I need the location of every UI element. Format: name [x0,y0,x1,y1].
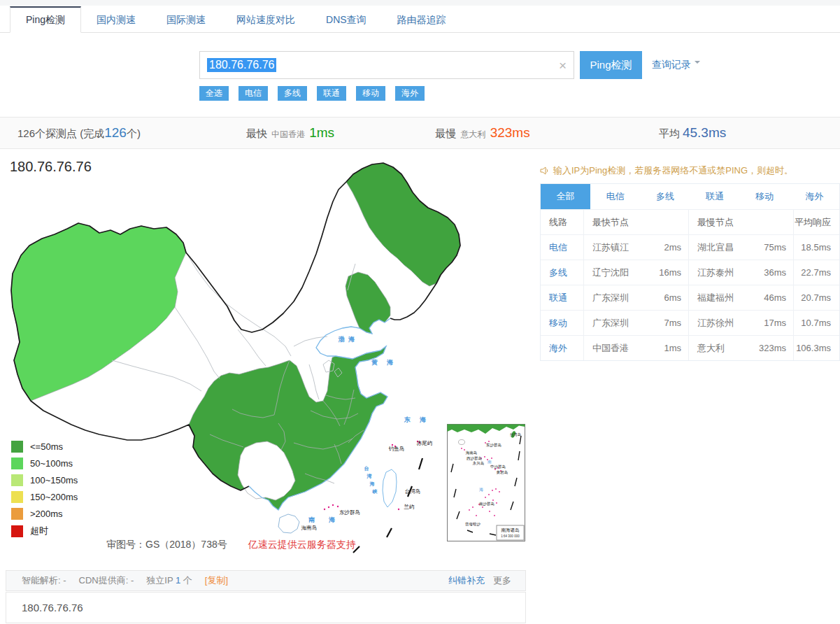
inset-scale: 1:64 300 000 [501,534,520,538]
smart-dns-label: 智能解析: - [22,574,66,587]
panel-tab-mobile[interactable]: 移动 [740,184,790,209]
tab-international-speed[interactable]: 国际测速 [151,7,221,32]
map-label: 永兴岛 [473,461,485,466]
more-link[interactable]: 更多 [493,574,511,587]
map-caption: 审图号：GS（2018）738号亿速云提供云服务器支持 [106,539,356,551]
map-label: 东沙群岛 [485,443,501,448]
tab-dns-query[interactable]: DNS查询 [311,7,382,32]
filter-multiline[interactable]: 多线 [278,86,307,101]
ip-count: 1 [176,575,180,586]
map-label: 海南岛 [301,525,318,531]
tab-traceroute[interactable]: 路由器追踪 [382,7,462,32]
map-label: 南海 [308,516,349,523]
filter-overseas[interactable]: 海外 [395,86,425,101]
map-label: 台湾岛 [405,488,421,495]
map-legend: <=50ms 50~100ms 100~150ms 150~200ms >200… [11,441,78,542]
legend-item: 150~200ms [11,491,78,503]
map-label: 钓鱼岛 [388,446,405,452]
legend-swatch [11,525,23,537]
legend-swatch [11,491,23,503]
table-row: 海外 中国香港 1ms 意大利 323ms 106.3ms [541,335,839,360]
table-row: 联通 广东深圳 6ms 福建福州 46ms 20.7ms [541,285,839,310]
fastest-stat: 最快 中国香港 1ms [192,125,388,141]
clear-input-icon[interactable]: × [559,59,567,72]
panel-tab-multiline[interactable]: 多线 [640,184,690,209]
legend-item: >200ms [11,508,78,520]
legend-swatch [11,441,23,453]
table-header-row: 线路 最快节点 最慢节点 平均响应 [541,209,839,234]
table-row: 多线 辽宁沈阳 16ms 江苏泰州 36ms 22.7ms [541,260,839,285]
map-label: 海南岛 [466,451,478,455]
map-label: 兰屿 [404,504,415,510]
copy-link[interactable]: [复制] [205,574,228,587]
map-label: 海 [479,488,483,492]
top-strip [0,0,840,6]
tab-ping[interactable]: Ping检测 [10,6,81,33]
average-value: 45.3ms [683,125,726,140]
panel-tab-unicom[interactable]: 联通 [690,184,740,209]
map-label: 西沙群岛 [467,456,482,461]
map-label: 峡 [373,489,378,494]
done-count: 126 [104,125,127,140]
inset-title: 南海诸岛 [501,527,520,533]
sponsor-text: 亿速云提供云服务器支持 [248,539,356,550]
probe-count: 126个探测点 (完成126个) [0,125,192,141]
filter-mobile[interactable]: 移动 [356,86,385,101]
input-selected-text: 180.76.76.76 [207,58,276,72]
main-tab-bar: Ping检测 国内测速 国际测速 网站速度对比 DNS查询 路由器追踪 [0,6,840,33]
map-label: 海 [369,481,375,487]
map-label: 湾 [366,473,372,479]
legend-item: 50~100ms [11,458,78,469]
search-area: 180.76.76.76 × Ping检测 查询记录 全选 电信 多线 联通 移… [0,33,840,117]
query-history-link[interactable]: 查询记录 [652,59,700,71]
cdn-provider-label: CDN提供商: - [79,574,134,587]
map-label: 赤尾屿 [416,440,433,446]
fastest-node: 中国香港 [271,129,305,139]
legend-swatch [11,508,23,520]
error-correction-link[interactable]: 纠错补充 [448,574,485,587]
slowest-node: 意大利 [460,129,485,139]
independent-ip: 独立IP 1 个 [146,574,192,587]
legend-item: <=50ms [11,441,78,453]
slowest-value: 323ms [490,125,530,140]
panel-tab-all[interactable]: 全部 [541,184,590,209]
map-label: 渤海 [338,336,358,343]
map-label: 南 [487,460,492,464]
china-ping-map: 渤海黄海东海南海台湾海峡 钓鱼岛赤尾屿台湾岛兰屿东沙群岛海南岛 台湾岛东沙群岛海… [0,157,539,563]
survey-number: 审图号：GS（2018）738号 [106,539,227,550]
tab-domestic-speed[interactable]: 国内测速 [81,7,151,32]
query-history-label: 查询记录 [652,59,691,70]
result-panel: 输入IP为Ping检测，若服务器网络不通或禁PING，则超时。 全部 电信 多线… [540,164,840,361]
ping-notice: 输入IP为Ping检测，若服务器网络不通或禁PING，则超时。 [540,164,840,178]
analysis-bar: 智能解析: - CDN提供商: - 独立IP 1 个 [复制] 纠错补充 更多 [6,570,526,591]
average-stat: 平均 45.3ms [577,125,808,141]
south-china-sea-inset: 台湾岛东沙群岛海南岛西沙群岛永兴岛中沙群岛黄岩岛南沙群岛曾母暗沙南海 南海诸岛 … [448,425,525,541]
speaker-icon [540,166,549,175]
map-label: 台湾岛 [510,432,522,437]
tab-site-speed-compare[interactable]: 网站速度对比 [221,7,311,32]
slowest-stat: 最慢 意大利 323ms [388,125,577,141]
resolved-ip: 180.76.76.76 [22,602,83,614]
ping-target-input[interactable]: 180.76.76.76 × [199,51,574,79]
resolved-ip-box: 180.76.76.76 [6,592,526,623]
legend-item: 超时 [11,525,78,537]
table-row: 移动 广东深圳 7ms 江苏徐州 17ms 10.7ms [541,310,839,335]
inset-hainan [459,440,465,445]
legend-item: 100~150ms [11,474,78,486]
filter-telecom[interactable]: 电信 [239,86,268,101]
result-table-box: 全部 电信 多线 联通 移动 海外 线路 最快节点 最慢节点 平均响应 电信 江… [540,183,840,361]
map-label: 黄岩岛 [497,470,508,475]
filter-all[interactable]: 全选 [199,86,229,101]
panel-tab-overseas[interactable]: 海外 [790,184,839,209]
legend-swatch [11,458,23,469]
ping-button[interactable]: Ping检测 [580,51,642,79]
panel-tabs: 全部 电信 多线 联通 移动 海外 [541,184,839,209]
fastest-value: 1ms [309,125,334,140]
map-label: 东沙群岛 [339,509,360,516]
hainan-island [278,514,299,533]
table-row: 电信 江苏镇江 2ms 湖北宜昌 75ms 18.5ms [541,234,839,260]
filter-unicom[interactable]: 联通 [317,86,346,101]
panel-tab-telecom[interactable]: 电信 [590,184,640,209]
taiwan-island [383,469,397,507]
map-label: 曾母暗沙 [465,522,481,527]
